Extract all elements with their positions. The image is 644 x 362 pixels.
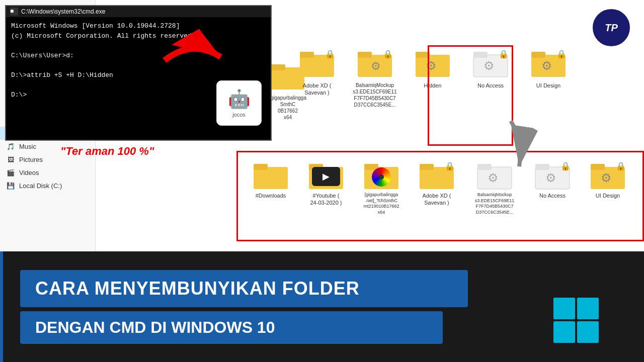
win-square-tr xyxy=(577,298,599,319)
blue-bar xyxy=(0,251,3,362)
win-square-bl xyxy=(553,321,575,343)
svg-text:🔒: 🔒 xyxy=(325,49,335,59)
disk-icon: 💾 xyxy=(6,181,15,190)
cmd-titlebar: ■ C:\Windows\system32\cmd.exe xyxy=(6,6,271,17)
videos-icon: 🎬 xyxy=(6,168,15,177)
svg-rect-19 xyxy=(531,52,545,58)
subtitle-banner: DENGAN CMD DI WINDOWS 10 xyxy=(20,311,443,344)
windows-logo xyxy=(553,298,604,348)
folder-label: Adobe XD (Savevan ) xyxy=(303,82,332,97)
svg-text:⚙: ⚙ xyxy=(541,59,552,72)
svg-text:🔒: 🔒 xyxy=(556,49,567,59)
pictures-icon: 🖼 xyxy=(6,155,15,164)
win-grid xyxy=(553,298,599,343)
top-section: 🖥 Desktop 📄 Documents ⬇ Downloads 🎵 Musi… xyxy=(0,0,644,251)
safe-text: "Ter aman 100 %" xyxy=(60,145,154,158)
svg-rect-2 xyxy=(270,64,285,70)
sidebar-item-videos[interactable]: 🎬 Videos xyxy=(0,166,95,179)
svg-text:🔒: 🔒 xyxy=(383,49,393,59)
sidebar-item-disk[interactable]: 💾 Local Disk (C:) xyxy=(0,179,95,192)
cmd-line3 xyxy=(11,41,266,51)
music-icon: 🎵 xyxy=(6,142,15,151)
mascot-label: jocos xyxy=(232,112,246,118)
svg-rect-5 xyxy=(300,52,314,58)
bottom-section: CARA MENYEMBUNYIKAN FOLDER DENGAN CMD DI… xyxy=(0,251,644,362)
win-square-tl xyxy=(553,298,575,319)
folder-label: BalsamiqMockups3.EDE15CF69E11F7F7D45B543… xyxy=(353,82,396,108)
mascot: 🤖 jocos xyxy=(216,80,262,126)
folder-balsamiq-top[interactable]: 🔒 ⚙ BalsamiqMockups3.EDE15CF69E11F7F7D45… xyxy=(350,48,400,108)
cmd-line2: (c) Microsoft Corporation. All rights re… xyxy=(11,31,266,41)
mascot-face: 🤖 xyxy=(228,88,251,110)
win-square-br xyxy=(577,321,599,343)
main-wrapper: 🖥 Desktop 📄 Documents ⬇ Downloads 🎵 Musi… xyxy=(0,0,644,362)
svg-text:⚙: ⚙ xyxy=(371,60,381,72)
title-text: CARA MENYEMBUNYIKAN FOLDER xyxy=(35,278,360,299)
folder-ui-design-top[interactable]: 🔒 ⚙ UI Design xyxy=(523,48,574,89)
folder-adobe-xd-top[interactable]: 🔒 Adobe XD (Savevan ) xyxy=(292,48,342,97)
cmd-line1: Microsoft Windows [Version 10.0.19044.27… xyxy=(11,21,266,31)
title-banner: CARA MENYEMBUNYIKAN FOLDER xyxy=(20,270,468,307)
red-box-bottom xyxy=(236,151,644,241)
cmd-icon: ■ xyxy=(10,8,18,16)
folder-label: UI Design xyxy=(536,82,560,89)
subtitle-text: DENGAN CMD DI WINDOWS 10 xyxy=(35,318,275,337)
svg-rect-8 xyxy=(358,52,372,58)
tp-logo: TP xyxy=(591,8,631,48)
